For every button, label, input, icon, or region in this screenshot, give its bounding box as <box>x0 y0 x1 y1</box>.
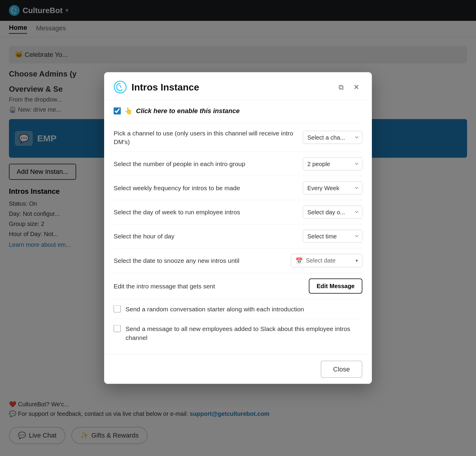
modal-logo-icon <box>114 81 127 94</box>
hour-of-day-row: Select the hour of day Select time 8:00 … <box>114 224 362 248</box>
enable-label: Click here to enable this instance <box>136 107 239 115</box>
copy-button[interactable]: ⧉ <box>335 81 347 93</box>
conversation-starter-label: Send a random conversation starter along… <box>126 304 304 313</box>
enable-emoji: 👆 <box>124 107 132 115</box>
conversation-starter-checkbox[interactable] <box>114 305 121 312</box>
group-size-select[interactable]: 2 people 3 people 4 people 5 people <box>303 157 362 170</box>
snooze-date-row: Select the date to snooze any new intros… <box>114 248 362 273</box>
snooze-date-value: Select date <box>306 257 353 264</box>
modal-body: 👆 Click here to enable this instance Pic… <box>104 100 372 355</box>
enable-instance-row: 👆 Click here to enable this instance <box>114 107 362 115</box>
edit-message-label: Edit the intro message that gets sent <box>114 282 303 290</box>
day-of-week-label: Select the day of week to run employee i… <box>114 208 297 216</box>
day-of-week-row: Select the day of week to run employee i… <box>114 200 362 224</box>
chevron-down-icon: ▾ <box>356 258 358 263</box>
frequency-select[interactable]: Every Week Every 2 Weeks Every Month <box>303 181 362 194</box>
group-size-row: Select the number of people in each intr… <box>114 152 362 176</box>
svg-point-0 <box>114 81 126 93</box>
close-modal-button[interactable]: ✕ <box>350 81 362 93</box>
copy-icon: ⧉ <box>339 83 344 91</box>
hour-of-day-label: Select the hour of day <box>114 232 297 241</box>
close-icon: ✕ <box>353 83 359 91</box>
close-button[interactable]: Close <box>321 360 362 378</box>
hour-of-day-select[interactable]: Select time 8:00 AM 9:00 AM 10:00 AM 12:… <box>303 229 362 243</box>
group-size-label: Select the number of people in each intr… <box>114 160 297 168</box>
conversation-starter-row: Send a random conversation starter along… <box>114 299 362 318</box>
frequency-label: Select weekly frequency for intros to be… <box>114 184 297 192</box>
edit-message-button[interactable]: Edit Message <box>309 278 362 293</box>
channel-row: Pick a channel to use (only users in thi… <box>114 123 362 152</box>
snooze-date-label: Select the date to snooze any new intros… <box>114 256 285 265</box>
modal-footer: Close <box>104 354 372 384</box>
calendar-icon: 📅 <box>295 257 303 264</box>
new-employees-checkbox[interactable] <box>114 325 121 332</box>
channel-select[interactable]: Select a cha... <box>303 131 362 144</box>
modal-dialog: Intros Instance ⧉ ✕ 👆 Click here to enab… <box>104 72 372 384</box>
frequency-row: Select weekly frequency for intros to be… <box>114 176 362 200</box>
day-of-week-select[interactable]: Select day o... Monday Tuesday Wednesday… <box>303 205 362 218</box>
edit-message-row: Edit the intro message that gets sent Ed… <box>114 273 362 299</box>
snooze-date-picker[interactable]: 📅 Select date ▾ <box>291 254 362 267</box>
modal-header: Intros Instance ⧉ ✕ <box>104 72 372 100</box>
modal-header-actions: ⧉ ✕ <box>335 81 362 93</box>
new-employees-label: Send a message to all new employees adde… <box>126 324 362 342</box>
modal-title: Intros Instance <box>131 82 330 93</box>
enable-checkbox[interactable] <box>114 107 121 115</box>
new-employees-row: Send a message to all new employees adde… <box>114 319 362 347</box>
channel-label: Pick a channel to use (only users in thi… <box>114 129 297 146</box>
